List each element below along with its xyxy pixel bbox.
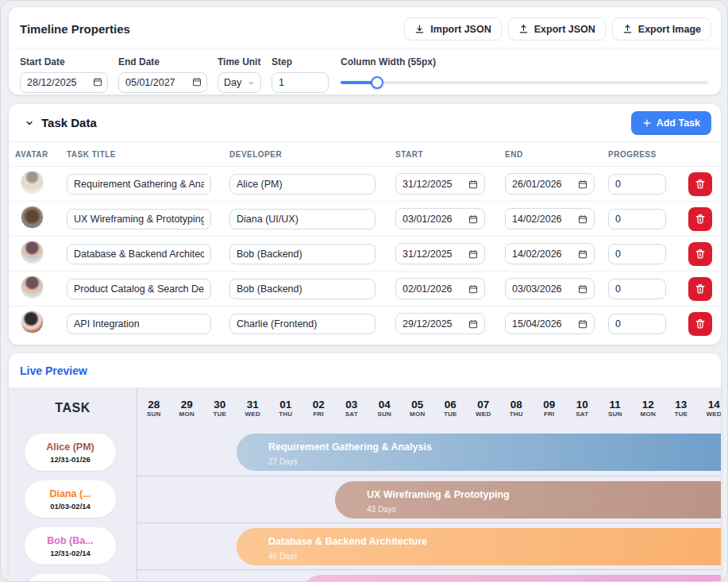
gantt-day-of-week: WED <box>476 410 491 418</box>
gantt-day-number: 01 <box>279 399 291 410</box>
delete-task-button[interactable] <box>688 312 712 336</box>
end-date-input[interactable]: 26/01/2026 <box>505 173 595 195</box>
gantt-task-column-header: TASK <box>9 387 137 429</box>
gantt-date-column: 29 MON <box>171 387 204 429</box>
import-json-button[interactable]: Import JSON <box>404 17 501 40</box>
start-date-input[interactable]: 29/12/2025 <box>395 313 485 334</box>
task-title-input[interactable] <box>67 244 211 264</box>
avatar <box>21 310 44 333</box>
gantt-day-of-week: MON <box>179 410 195 418</box>
calendar-icon <box>578 249 587 259</box>
gantt-date-column: 04 SUN <box>368 387 402 429</box>
timeline-fields-row: Start Date End Date Time Uni <box>9 48 721 93</box>
gantt-chart-cell: Database & Backend Architecture 46 Days <box>137 522 721 569</box>
gantt-day-of-week: TUE <box>213 410 226 418</box>
column-header: AVATAR <box>15 150 67 159</box>
task-data-header: Task Data Add Task <box>9 104 721 142</box>
avatar <box>21 171 44 194</box>
gantt-bar-label: Requirement Gathering & Analysis <box>268 441 432 453</box>
developer-input[interactable] <box>229 314 376 334</box>
delete-task-button[interactable] <box>688 207 712 231</box>
end-date-input[interactable]: 15/04/2026 <box>505 313 595 334</box>
task-title-input[interactable] <box>67 209 211 229</box>
progress-input[interactable] <box>608 314 666 334</box>
gantt-task-name: Diana (... <box>49 488 91 499</box>
calendar-icon <box>468 319 478 329</box>
start-date-input[interactable]: 31/12/2025 <box>395 173 485 195</box>
developer-input[interactable] <box>229 279 376 299</box>
gantt-task-pill[interactable]: Bob (Ba... <box>25 574 116 582</box>
column-width-slider[interactable] <box>341 72 708 93</box>
gantt-task-pill[interactable]: Alice (PM) 12/31-01/26 <box>25 434 116 471</box>
gantt-day-number: 31 <box>247 399 259 410</box>
gantt-day-number: 04 <box>379 399 391 410</box>
gantt-day-of-week: MON <box>410 410 425 418</box>
gantt-date-column: 30 TUE <box>203 387 237 429</box>
progress-input[interactable] <box>608 174 666 195</box>
add-task-button[interactable]: Add Task <box>631 111 711 135</box>
calendar-icon <box>578 214 587 224</box>
gantt-date-column: 12 MON <box>632 387 665 429</box>
progress-input[interactable] <box>608 279 666 299</box>
start-date-input[interactable]: 02/01/2026 <box>395 278 485 299</box>
start-date-input[interactable]: 03/01/2026 <box>395 208 485 229</box>
trash-icon <box>695 249 706 260</box>
task-title-input[interactable] <box>67 174 211 195</box>
task-row: 29/12/2025 15/04/2026 <box>9 306 721 341</box>
trash-icon <box>695 283 706 295</box>
start-date-value: 02/01/2026 <box>403 283 453 295</box>
gantt-date-column: 11 SUN <box>599 387 632 429</box>
plus-icon <box>642 118 652 128</box>
avatar <box>21 276 44 299</box>
gantt-bar[interactable]: Requirement Gathering & Analysis 27 Days <box>237 434 721 471</box>
export-image-button[interactable]: Export Image <box>612 17 711 40</box>
start-date-input[interactable]: 31/12/2025 <box>395 243 485 264</box>
end-date-input[interactable]: 14/02/2026 <box>505 208 595 229</box>
developer-input[interactable] <box>229 174 376 195</box>
task-row: 02/01/2026 03/03/2026 <box>9 271 721 306</box>
delete-task-button[interactable] <box>688 277 712 301</box>
delete-task-button[interactable] <box>688 242 712 266</box>
slider-thumb[interactable] <box>371 76 383 89</box>
gantt-task-pill[interactable]: Bob (Ba... 12/31-02/14 <box>25 527 116 565</box>
end-date-input[interactable]: 14/02/2026 <box>505 243 595 264</box>
gantt-day-of-week: SUN <box>608 410 622 418</box>
end-date-value: 14/02/2026 <box>512 214 562 225</box>
end-date-input[interactable]: 03/03/2026 <box>505 278 595 299</box>
gantt-date-column: 02 FRI <box>302 387 336 429</box>
download-icon <box>414 24 425 34</box>
delete-task-button[interactable] <box>688 172 712 196</box>
task-title-input[interactable] <box>67 314 211 334</box>
task-title-input[interactable] <box>67 279 211 299</box>
task-row: 03/01/2026 14/02/2026 <box>9 201 721 236</box>
gantt-day-number: 07 <box>477 399 489 410</box>
gantt-chart: TASK 28 SUN 29 MON 30 TUE 31 WED 01 THU … <box>9 387 721 582</box>
gantt-task-pill[interactable]: Diana (... 01/03-02/14 <box>25 480 116 518</box>
calendar-icon <box>578 284 587 294</box>
developer-input[interactable] <box>229 209 376 229</box>
end-date-input[interactable] <box>118 72 207 93</box>
gantt-bar[interactable]: UX Wireframing & Prototyping 43 Days <box>335 481 721 518</box>
import-json-label: Import JSON <box>430 24 491 35</box>
step-input[interactable] <box>272 72 329 93</box>
developer-input[interactable] <box>229 244 376 264</box>
gantt-bar[interactable]: Product Catalog & Search Dev <box>302 575 721 582</box>
slider-track[interactable] <box>341 81 708 84</box>
task-data-collapse-toggle[interactable]: Task Data <box>25 116 631 129</box>
start-date-input[interactable] <box>20 72 108 93</box>
gantt-bar[interactable]: Database & Backend Architecture 46 Days <box>237 528 721 565</box>
panel-title-timeline-properties: Timeline Properties <box>20 22 398 36</box>
gantt-date-column: 13 TUE <box>664 387 698 429</box>
gantt-task-cell: Bob (Ba... 12/31-02/14 <box>9 522 137 569</box>
calendar-icon <box>468 249 478 259</box>
gantt-day-number: 29 <box>181 399 193 410</box>
progress-input[interactable] <box>608 244 666 264</box>
gantt-task-cell: Bob (Ba... <box>9 569 137 582</box>
time-unit-select[interactable]: Day <box>218 72 261 93</box>
calendar-icon <box>468 214 478 224</box>
gantt-day-of-week: TUE <box>444 410 457 418</box>
progress-input[interactable] <box>608 209 666 229</box>
export-json-button[interactable]: Export JSON <box>508 17 606 40</box>
export-json-label: Export JSON <box>534 24 595 35</box>
gantt-header-row: TASK 28 SUN 29 MON 30 TUE 31 WED 01 THU … <box>9 387 721 429</box>
